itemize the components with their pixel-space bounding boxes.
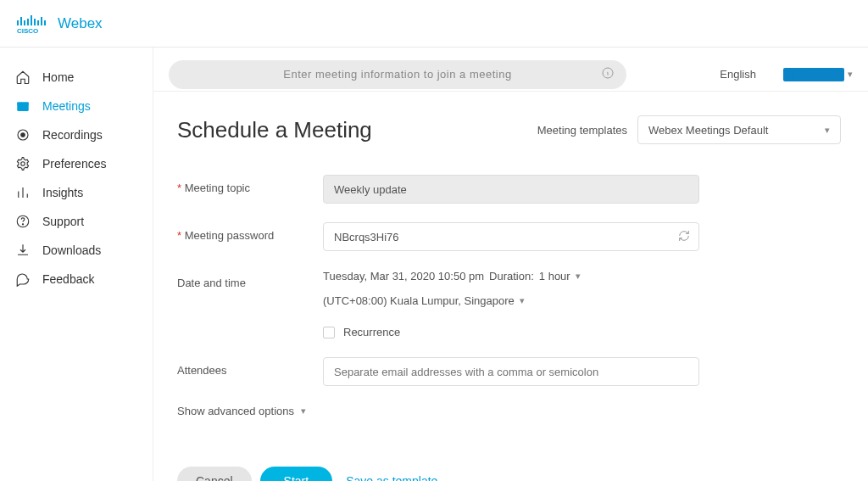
sidebar-item-label: Feedback [42,272,94,286]
meeting-templates: Meeting templates Webex Meetings Default… [537,115,841,144]
cisco-logo-icon: CISCO [17,14,51,34]
sidebar-item-label: Home [42,70,74,84]
chevron-down-icon: ▾ [520,295,525,306]
sidebar-item-preferences[interactable]: Preferences [0,149,153,178]
advanced-options-toggle[interactable]: Show advanced options ▾ [177,405,841,417]
duration-value: 1 hour [539,270,570,282]
attendees-input[interactable] [323,357,699,386]
templates-label: Meeting templates [537,124,627,137]
content: Schedule a Meeting Meeting templates Web… [153,92,868,481]
refresh-icon[interactable] [677,229,691,246]
svg-rect-1 [20,17,22,25]
attendees-label: Attendees [177,357,323,377]
meeting-password-label: * Meeting password [177,222,323,242]
top-bar: CISCO Webex [0,0,868,48]
product-name: Webex [58,15,103,32]
sidebar-item-support[interactable]: Support [0,207,153,236]
sidebar-item-feedback[interactable]: Feedback [0,265,153,294]
download-icon [15,243,31,258]
svg-rect-0 [17,20,19,25]
sidebar-item-home[interactable]: Home [0,63,153,92]
search-input[interactable]: Enter meeting information to join a meet… [169,60,626,89]
datetime-picker[interactable]: Tuesday, Mar 31, 2020 10:50 pm Duration:… [323,270,764,282]
svg-point-13 [21,133,25,137]
bar-chart-icon [15,185,31,200]
help-icon [15,214,31,229]
timezone-value: (UTC+08:00) Kuala Lumpur, Singapore [323,294,515,307]
sidebar-item-label: Meetings [42,99,91,113]
chat-icon [15,271,31,287]
main: Enter meeting information to join a meet… [153,48,868,481]
chevron-down-icon: ▾ [301,405,306,417]
sidebar-item-label: Support [42,215,84,228]
user-name-obscured: ████████ [783,68,844,81]
svg-rect-2 [24,20,25,25]
sidebar-item-insights[interactable]: Insights [0,178,153,207]
svg-rect-3 [27,19,29,25]
home-icon [15,70,31,85]
logo[interactable]: CISCO Webex [17,14,103,34]
sidebar-item-label: Insights [42,186,83,199]
user-menu[interactable]: ████████ ▾ [783,68,853,81]
duration-label: Duration: [489,270,534,282]
main-header: Enter meeting information to join a meet… [153,48,868,92]
templates-select[interactable]: Webex Meetings Default ▾ [637,115,841,144]
svg-point-14 [21,162,25,166]
svg-text:CISCO: CISCO [17,27,38,34]
meeting-password-input[interactable] [323,222,699,251]
language-selector[interactable]: English [720,68,756,81]
record-icon [15,127,31,143]
datetime-label: Date and time [177,270,323,289]
page-title: Schedule a Meeting [177,117,372,143]
sidebar-item-recordings[interactable]: Recordings [0,120,153,149]
datetime-value: Tuesday, Mar 31, 2020 10:50 pm [323,270,484,282]
info-icon[interactable] [601,66,615,83]
calendar-icon [15,98,31,114]
svg-rect-8 [44,20,46,25]
search-placeholder: Enter meeting information to join a meet… [283,68,511,81]
chevron-down-icon: ▾ [825,125,830,136]
cancel-button[interactable]: Cancel [177,467,252,481]
svg-rect-4 [31,15,32,25]
chevron-down-icon: ▾ [576,271,581,282]
sidebar: Home Meetings Recordings Preferences Ins… [0,48,153,481]
sidebar-item-label: Recordings [42,128,103,142]
svg-rect-6 [37,20,39,25]
sidebar-item-downloads[interactable]: Downloads [0,236,153,265]
svg-rect-7 [41,17,42,25]
recurrence-label: Recurrence [343,326,400,338]
start-button[interactable]: Start [260,467,333,481]
templates-selected: Webex Meetings Default [648,124,768,137]
svg-rect-11 [17,103,29,105]
save-as-template-link[interactable]: Save as template [346,474,437,481]
sidebar-item-meetings[interactable]: Meetings [0,92,153,120]
sidebar-item-label: Downloads [42,243,101,257]
timezone-picker[interactable]: (UTC+08:00) Kuala Lumpur, Singapore ▾ [323,294,764,307]
svg-rect-5 [34,19,36,25]
meeting-topic-input[interactable] [323,175,699,204]
meeting-topic-label: * Meeting topic [177,175,323,194]
chevron-down-icon: ▾ [848,69,853,80]
gear-icon [15,156,31,171]
sidebar-item-label: Preferences [42,157,106,171]
recurrence-checkbox[interactable] [323,327,335,338]
svg-point-16 [22,224,23,225]
